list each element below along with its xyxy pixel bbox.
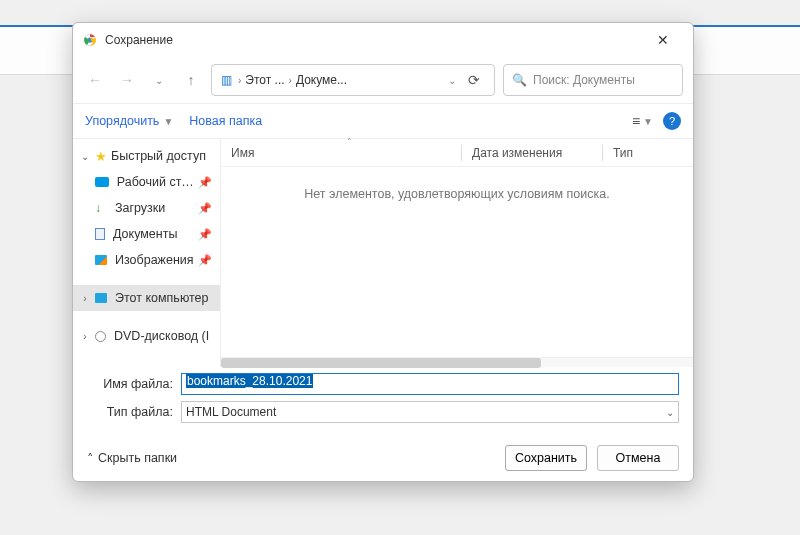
sidebar-downloads[interactable]: ↓Загрузки📌 [73,195,220,221]
nav-row: ← → ⌄ ↑ ▥ › Этот ... › Докуме... ⌄ ⟳ 🔍 [73,57,693,103]
chevron-down-icon: ⌄ [79,151,91,162]
dialog-title: Сохранение [105,33,643,47]
scrollbar-thumb[interactable] [221,358,541,368]
nav-forward-button[interactable]: → [115,65,139,95]
sidebar-desktop[interactable]: Рабочий стол📌 [73,169,220,195]
file-list-empty: Нет элементов, удовлетворяющих условиям … [221,167,693,357]
nav-recent-dropdown[interactable]: ⌄ [147,65,171,95]
chevron-right-icon: › [79,331,91,342]
horizontal-scrollbar[interactable] [221,357,693,367]
sidebar-images[interactable]: Изображения📌 [73,247,220,273]
pin-icon: 📌 [198,202,212,215]
hide-folders-toggle[interactable]: ˄Скрыть папки [87,451,177,466]
save-dialog: Сохранение ✕ ← → ⌄ ↑ ▥ › Этот ... › Доку… [72,22,694,482]
document-icon [95,228,105,240]
filetype-select[interactable]: HTML Document⌄ [181,401,679,423]
toolbar: Упорядочить▼ Новая папка ≡ ▼ ? [73,103,693,139]
sidebar-quick-access[interactable]: ⌄★Быстрый доступ [73,143,220,169]
search-input[interactable] [533,73,674,87]
nav-up-button[interactable]: ↑ [179,65,203,95]
column-name[interactable]: Имя [221,146,461,160]
breadcrumb[interactable]: ▥ › Этот ... › Докуме... ⌄ ⟳ [211,64,495,96]
pin-icon: 📌 [198,228,212,241]
search-box[interactable]: 🔍 [503,64,683,96]
chevron-up-icon: ˄ [87,451,94,466]
pin-icon: 📌 [198,176,212,189]
organize-menu[interactable]: Упорядочить▼ [85,114,173,128]
chevron-right-icon: › [238,75,241,86]
chrome-icon [83,33,97,47]
chevron-down-icon: ⌄ [666,407,674,418]
image-icon [95,255,107,265]
star-icon: ★ [95,149,107,164]
sidebar-dvd[interactable]: ›DVD-дисковод (I [73,323,220,349]
sidebar: ⌄★Быстрый доступ Рабочий стол📌 ↓Загрузки… [73,139,221,367]
file-list-header: ˄ Имя Дата изменения Тип [221,139,693,167]
chevron-right-icon: › [289,75,292,86]
filename-label: Имя файла: [87,377,173,391]
sidebar-thispc[interactable]: ›Этот компьютер [73,285,220,311]
footer: ˄Скрыть папки Сохранить Отмена [73,439,693,481]
column-date[interactable]: Дата изменения [462,146,602,160]
breadcrumb-dropdown[interactable]: ⌄ [448,75,456,86]
chevron-down-icon: ▼ [163,116,173,127]
dvd-icon [95,331,106,342]
folder-icon: ▥ [218,72,234,88]
refresh-button[interactable]: ⟳ [460,72,488,88]
view-options-button[interactable]: ≡ ▼ [632,113,653,129]
newfolder-button[interactable]: Новая папка [189,114,262,128]
close-button[interactable]: ✕ [643,32,683,48]
sidebar-documents[interactable]: Документы📌 [73,221,220,247]
pin-icon: 📌 [198,254,212,267]
pc-icon [95,293,107,303]
file-pane: ˄ Имя Дата изменения Тип Нет элементов, … [221,139,693,367]
save-button[interactable]: Сохранить [505,445,587,471]
filetype-label: Тип файла: [87,405,173,419]
nav-back-button[interactable]: ← [83,65,107,95]
file-fields: Имя файла: bookmarks_28.10.2021 Тип файл… [73,367,693,439]
breadcrumb-root[interactable]: Этот ... [245,73,284,87]
dialog-body: ⌄★Быстрый доступ Рабочий стол📌 ↓Загрузки… [73,139,693,367]
desktop-icon [95,177,109,187]
sort-indicator-icon: ˄ [347,137,352,147]
search-icon: 🔍 [512,73,527,87]
filename-input[interactable]: bookmarks_28.10.2021 [181,373,679,395]
cancel-button[interactable]: Отмена [597,445,679,471]
column-type[interactable]: Тип [603,146,693,160]
breadcrumb-leaf[interactable]: Докуме... [296,73,347,87]
download-icon: ↓ [95,202,107,214]
chevron-right-icon: › [79,293,91,304]
titlebar: Сохранение ✕ [73,23,693,57]
help-button[interactable]: ? [663,112,681,130]
